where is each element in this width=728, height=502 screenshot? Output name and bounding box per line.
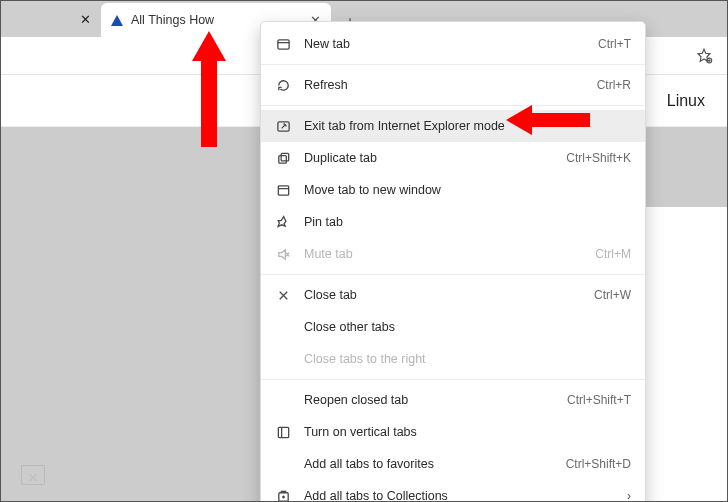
image-placeholder-icon	[21, 465, 45, 485]
menu-item-close-other-tabs[interactable]: Close other tabs	[261, 311, 645, 343]
menu-item-close-tab[interactable]: Close tab Ctrl+W	[261, 279, 645, 311]
svg-rect-3	[278, 155, 286, 163]
shortcut: Ctrl+Shift+D	[566, 457, 631, 471]
pin-icon	[275, 214, 291, 230]
shortcut: Ctrl+Shift+T	[567, 393, 631, 407]
close-icon	[275, 287, 291, 303]
menu-item-new-tab[interactable]: New tab Ctrl+T	[261, 28, 645, 60]
menu-item-vertical-tabs[interactable]: Turn on vertical tabs	[261, 416, 645, 448]
menu-item-refresh[interactable]: Refresh Ctrl+R	[261, 69, 645, 101]
svg-rect-1	[277, 39, 288, 48]
shortcut: Ctrl+R	[597, 78, 631, 92]
menu-item-add-tabs-collections[interactable]: Add all tabs to Collections ›	[261, 480, 645, 502]
window-icon	[275, 182, 291, 198]
shortcut: Ctrl+Shift+K	[566, 151, 631, 165]
annotation-arrow-right	[506, 105, 590, 135]
annotation-arrow-up	[201, 31, 226, 147]
duplicate-icon	[275, 150, 291, 166]
menu-item-pin-tab[interactable]: Pin tab	[261, 206, 645, 238]
mute-icon	[275, 246, 291, 262]
nav-link-linux[interactable]: Linux	[667, 92, 705, 110]
refresh-icon	[275, 77, 291, 93]
menu-item-duplicate-tab[interactable]: Duplicate tab Ctrl+Shift+K	[261, 142, 645, 174]
favorites-icon[interactable]	[695, 47, 713, 65]
previous-tab-close[interactable]: ✕	[1, 1, 101, 37]
svg-rect-5	[278, 185, 288, 194]
vertical-tabs-icon	[275, 424, 291, 440]
collections-icon	[275, 488, 291, 502]
shortcut: Ctrl+T	[598, 37, 631, 51]
menu-separator	[261, 379, 645, 380]
menu-separator	[261, 274, 645, 275]
svg-rect-4	[281, 153, 289, 161]
menu-separator	[261, 64, 645, 65]
exit-ie-mode-icon	[275, 118, 291, 134]
close-icon: ✕	[80, 12, 91, 27]
menu-item-close-tabs-right: Close tabs to the right	[261, 343, 645, 375]
menu-item-add-tabs-favorites[interactable]: Add all tabs to favorites Ctrl+Shift+D	[261, 448, 645, 480]
chevron-right-icon: ›	[627, 489, 631, 502]
svg-rect-6	[278, 427, 288, 437]
menu-item-mute-tab: Mute tab Ctrl+M	[261, 238, 645, 270]
site-favicon-icon	[111, 15, 123, 26]
menu-item-move-tab[interactable]: Move tab to new window	[261, 174, 645, 206]
tab-context-menu: New tab Ctrl+T Refresh Ctrl+R Exit tab f…	[260, 21, 646, 502]
shortcut: Ctrl+M	[595, 247, 631, 261]
new-tab-icon	[275, 36, 291, 52]
menu-item-reopen-closed-tab[interactable]: Reopen closed tab Ctrl+Shift+T	[261, 384, 645, 416]
shortcut: Ctrl+W	[594, 288, 631, 302]
